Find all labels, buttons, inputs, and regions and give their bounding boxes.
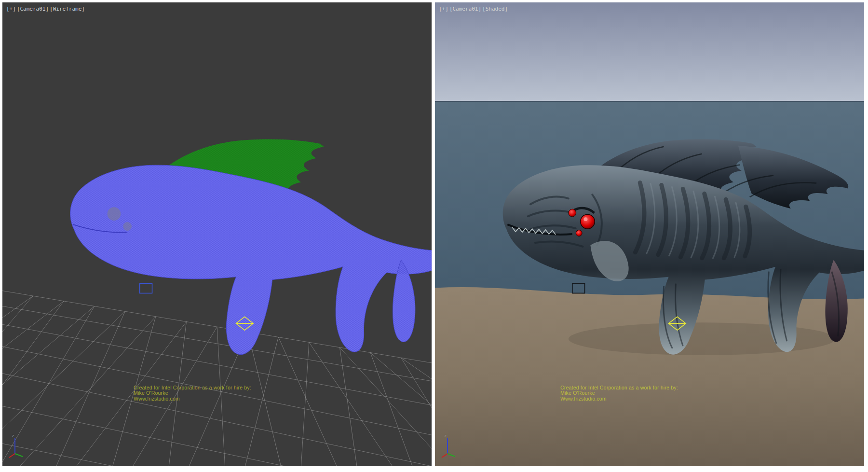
- sky-background: [435, 2, 864, 102]
- viewport-label: [+] [Camera01] [Shaded]: [439, 6, 508, 12]
- eye-second: [569, 209, 576, 217]
- viewport-menu-general[interactable]: [+]: [439, 6, 448, 12]
- world-axis-tripod: z: [441, 432, 462, 458]
- eye-main-highlight: [584, 217, 588, 221]
- axis-z-label: z: [12, 433, 14, 438]
- viewport-wireframe[interactable]: [+] [Camera01] [Wireframe] Created for I…: [2, 2, 432, 466]
- axis-z-label: z: [444, 433, 447, 438]
- eye-spot-large: [108, 207, 121, 221]
- viewport-menu-pov[interactable]: [Camera01]: [17, 6, 49, 12]
- dual-viewport-stage: [+] [Camera01] [Wireframe] Created for I…: [0, 0, 868, 472]
- viewport-menu-shading[interactable]: [Wireframe]: [50, 6, 85, 12]
- credit-line-3: Www.frizstudio.com: [134, 396, 251, 402]
- ground-plane: [435, 287, 864, 466]
- world-axis-tripod: z: [8, 432, 29, 458]
- axis-x-line: [442, 454, 448, 458]
- eye-main: [581, 214, 595, 229]
- viewport-menu-shading[interactable]: [Shaded]: [482, 6, 508, 12]
- axis-x-line: [9, 454, 15, 458]
- eye-spot-small: [123, 222, 132, 231]
- credit-text: Created for Intel Corporation as a work …: [560, 385, 678, 402]
- viewport-label: [+] [Camera01] [Wireframe]: [6, 6, 85, 12]
- credit-line-3: Www.frizstudio.com: [560, 396, 678, 402]
- viewport-menu-pov[interactable]: [Camera01]: [449, 6, 481, 12]
- axis-y-line: [15, 454, 23, 457]
- viewport-menu-general[interactable]: [+]: [6, 6, 16, 12]
- credit-line-2: Mike O'Rourke: [560, 390, 678, 396]
- viewport-shaded[interactable]: [+] [Camera01] [Shaded] Created for Inte…: [435, 2, 864, 466]
- credit-text: Created for Intel Corporation as a work …: [134, 385, 251, 402]
- eye-third: [576, 230, 582, 236]
- credit-line-2: Mike O'Rourke: [134, 390, 251, 396]
- axis-y-line: [448, 454, 455, 457]
